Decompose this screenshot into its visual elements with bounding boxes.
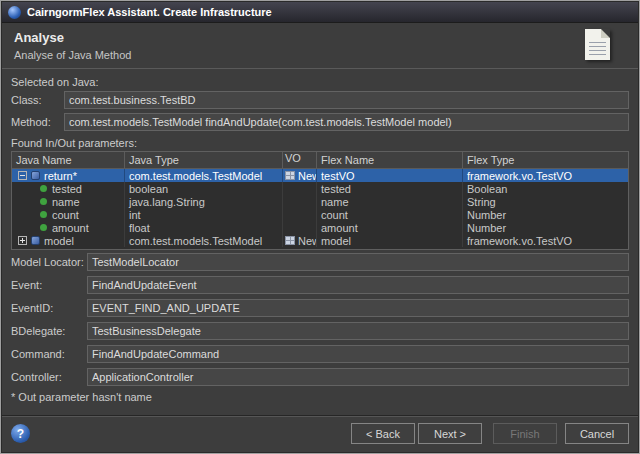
document-icon [585,29,610,60]
col-flex-name[interactable]: Flex Name [317,152,463,168]
controller-label: Controller: [11,371,62,383]
table-row-name[interactable]: name java.lang.String name String [12,195,628,208]
class-icon [31,171,40,180]
flex-type: framework.vo.TestVO [467,235,572,247]
next-button[interactable]: Next > [418,423,482,444]
eventid-input[interactable] [87,299,629,317]
table-header: Java Name Java Type VO Flex Name Flex Ty… [12,152,628,169]
table-row-amount[interactable]: amount float amount Number [12,221,628,234]
flex-type: Number [467,209,506,221]
table-row-tested[interactable]: tested boolean tested Boolean [12,182,628,195]
flex-name: count [321,209,348,221]
java-name: count [52,209,79,221]
model-locator-label: Model Locator: [11,256,84,268]
help-icon: ? [17,427,24,441]
footnote: * Out parameter hasn't name [11,391,152,403]
flex-type: Number [467,222,506,234]
flex-type: String [467,196,496,208]
col-flex-type[interactable]: Flex Type [463,152,628,168]
command-label: Command: [11,348,65,360]
flex-type: framework.vo.TestVO [467,170,572,182]
eventid-label: EventID: [11,302,53,314]
parameter-icon [40,211,47,218]
java-type: com.test.models.TestModel [129,170,262,182]
window-title: CairngormFlex Assistant. Create Infrastr… [27,6,272,18]
vo-value: New [298,235,317,247]
flex-name: testVO [321,170,355,182]
java-type: com.test.models.TestModel [129,235,262,247]
class-row: Class: [11,91,629,109]
table-row-model[interactable]: model com.test.models.TestModel New mode… [12,234,628,247]
class-icon [31,236,40,245]
help-button[interactable]: ? [11,424,30,443]
event-label: Event: [11,279,42,291]
col-java-name[interactable]: Java Name [12,152,125,168]
bdelegate-label: BDelegate: [11,325,65,337]
table-empty-area [12,247,628,249]
java-name: model [44,235,74,247]
method-row: Method: [11,113,629,131]
separator [2,415,638,417]
model-locator-row: Model Locator: [11,253,629,271]
class-label: Class: [11,94,42,106]
selected-on-java-label: Selected on Java: [11,76,98,88]
controller-input[interactable] [87,368,629,386]
command-input[interactable] [87,345,629,363]
event-row: Event: [11,276,629,294]
button-bar: < Back Next > Finish Cancel [351,423,629,444]
page-subtitle: Analyse of Java Method [14,49,131,61]
java-type: int [129,209,141,221]
wizard-dialog: CairngormFlex Assistant. Create Infrastr… [0,0,640,454]
flex-name: tested [321,183,351,195]
wizard-header: Analyse Analyse of Java Method [2,23,638,69]
collapse-icon[interactable] [18,171,27,180]
vo-new-icon [285,171,295,180]
table-row-count[interactable]: count int count Number [12,208,628,221]
expand-icon[interactable] [18,236,27,245]
parameter-icon [40,198,47,205]
eventid-row: EventID: [11,299,629,317]
method-input[interactable] [64,113,629,131]
vo-value: New [298,170,317,182]
bdelegate-input[interactable] [87,322,629,340]
java-name: amount [52,222,89,234]
method-label: Method: [11,116,51,128]
parameter-icon [40,224,47,231]
java-type: java.lang.String [129,196,205,208]
app-icon [8,6,21,19]
java-name: tested [52,183,82,195]
page-title: Analyse [14,30,64,45]
finish-button[interactable]: Finish [493,423,557,444]
java-name: name [52,196,80,208]
parameter-icon [40,185,47,192]
flex-type: Boolean [467,183,507,195]
table-row-return[interactable]: return* com.test.models.TestModel New te… [12,169,628,182]
flex-name: model [321,235,351,247]
cancel-button[interactable]: Cancel [565,423,629,444]
title-bar[interactable]: CairngormFlex Assistant. Create Infrastr… [2,2,638,23]
controller-row: Controller: [11,368,629,386]
col-java-type[interactable]: Java Type [125,152,283,168]
flex-name: name [321,196,349,208]
command-row: Command: [11,345,629,363]
class-input[interactable] [64,91,629,109]
event-input[interactable] [87,276,629,294]
bdelegate-row: BDelegate: [11,322,629,340]
parameters-label: Found In/Out parameters: [11,137,137,149]
col-vo[interactable]: VO [283,152,317,168]
vo-new-icon [285,236,295,245]
java-type: boolean [129,183,168,195]
flex-name: amount [321,222,358,234]
model-locator-input[interactable] [87,253,629,271]
java-type: float [129,222,150,234]
java-name: return* [44,170,77,182]
back-button[interactable]: < Back [351,423,415,444]
parameters-table: Java Name Java Type VO Flex Name Flex Ty… [11,151,629,250]
